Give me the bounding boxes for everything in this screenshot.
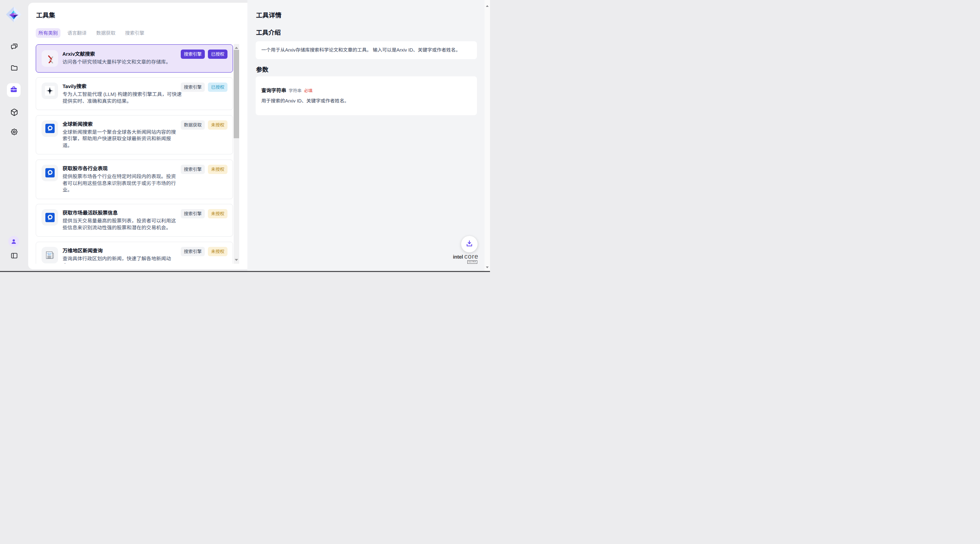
- tool-badges: 搜索引擎 未授权: [181, 165, 228, 174]
- svg-text:NEW: NEW: [48, 254, 51, 255]
- briefcase-icon: [10, 85, 18, 95]
- arxiv-logo-icon: [45, 53, 55, 64]
- category-tab[interactable]: 所有类别: [36, 28, 60, 38]
- tool-details-panel: 工具详情 工具介绍 一个用于从Arxiv存储库搜索科学论文和文章的工具。 输入可…: [247, 0, 485, 272]
- tianapi-logo-icon: [45, 213, 55, 222]
- tool-description: 专为人工智能代理 (LLM) 构建的搜索引擎工具，可快速提供实时、准确和真实的结…: [62, 91, 228, 105]
- window-bottom-edge: [0, 271, 490, 272]
- intel-wordmark: intel: [453, 254, 463, 260]
- auth-status-badge: 未授权: [208, 120, 228, 130]
- params-section-header: 参数: [256, 66, 268, 74]
- tool-icon: LOCAL NEW: [41, 247, 58, 263]
- tool-badges: 数据获取 未授权: [181, 120, 228, 130]
- list-scrollbar-thumb[interactable]: [234, 50, 239, 138]
- chat-icon: [10, 42, 18, 50]
- param-name: 查询字符串: [261, 88, 286, 94]
- auth-status-badge: 已授权: [208, 83, 228, 92]
- tool-icon: [41, 165, 58, 181]
- tool-card[interactable]: 获取市场最活跃股票信息 提供当天交易量最高的股票列表，投资者可以利用这些信息来识…: [36, 204, 233, 236]
- download-icon: [465, 239, 474, 249]
- category-badge: 搜索引擎: [181, 49, 205, 59]
- page-scroll-up-arrow[interactable]: [485, 3, 490, 9]
- tool-badges: 搜索引擎 已授权: [181, 49, 228, 59]
- tool-icon: [41, 120, 58, 137]
- tool-list: Arxiv文献搜索 访问各个研究领域大量科学论文和文章的存储库。 搜索引擎 已授…: [36, 45, 234, 264]
- tool-description: 查询具体行政区划内的新闻，快速了解各地新闻动态。: [62, 256, 228, 264]
- intro-text: 一个用于从Arxiv存储库搜索科学论文和文章的工具。 输入可以是Arxiv ID…: [261, 47, 460, 54]
- scroll-down-arrow[interactable]: [234, 257, 239, 263]
- sidebar-item-files[interactable]: [0, 64, 28, 72]
- category-badge: 搜索引擎: [181, 165, 205, 174]
- category-tab[interactable]: 搜索引擎: [123, 28, 147, 38]
- auth-status-badge: 未授权: [208, 247, 228, 256]
- tool-badges: 搜索引擎 未授权: [181, 209, 228, 219]
- auth-status-badge: 未授权: [208, 209, 228, 219]
- details-title: 工具详情: [256, 11, 282, 20]
- cube-icon: [10, 108, 18, 116]
- page-title: 工具集: [36, 11, 55, 19]
- folder-icon: [10, 64, 18, 72]
- tool-icon: [41, 83, 58, 99]
- auth-status-badge: 已授权: [208, 49, 228, 59]
- tool-card[interactable]: LOCAL NEW 万维地区新闻查询 查询具体行政区划内的新闻，快速了解各地新闻…: [36, 242, 233, 264]
- category-badge: 搜索引擎: [181, 83, 205, 92]
- category-tab[interactable]: 数据获取: [94, 28, 118, 38]
- tool-description: 提供股票市场各个行业在特定时间段内的表现。投资者可以利用这些信息来识别表现优于或…: [62, 174, 228, 194]
- intro-section-header: 工具介绍: [256, 29, 281, 37]
- tool-card[interactable]: 全球新闻搜索 全球新闻搜索是一个聚合全球各大新闻网站内容的搜索引擎，帮助用户快速…: [36, 115, 233, 155]
- core-wordmark: core: [464, 253, 478, 261]
- sidebar-item-settings[interactable]: [0, 128, 28, 136]
- param-required-flag: 必填: [304, 87, 313, 94]
- param-type: 字符串: [289, 87, 302, 94]
- sidebar-toggle-icon: [10, 252, 18, 260]
- tool-description: 访问各个研究领域大量科学论文和文章的存储库。: [62, 59, 228, 66]
- sidebar-item-chat[interactable]: [0, 42, 28, 50]
- list-scrollbar[interactable]: [234, 44, 239, 264]
- page-scrollbar[interactable]: [485, 0, 490, 272]
- tianapi-logo-icon: [45, 168, 55, 177]
- category-tabs: 所有类别语言翻译数据获取搜索引擎: [36, 28, 147, 38]
- category-badge: 搜索引擎: [181, 247, 205, 256]
- sidebar-item-models[interactable]: [0, 108, 28, 116]
- sidebar: [0, 0, 28, 272]
- sidebar-toggle-button[interactable]: [0, 252, 28, 260]
- tavily-logo-icon: [45, 86, 55, 96]
- tianapi-logo-icon: [45, 124, 55, 133]
- page-scroll-down-arrow[interactable]: [485, 265, 490, 270]
- category-badge: 数据获取: [181, 120, 205, 130]
- tool-card[interactable]: 获取股市各行业表现 提供股票市场各个行业在特定时间段内的表现。投资者可以利用这些…: [36, 160, 233, 199]
- param-card: 查询字符串 字符串 必填 用于搜索的Arxiv ID、关键字或作者姓名。: [256, 77, 477, 115]
- tool-badges: 搜索引擎 未授权: [181, 247, 228, 256]
- tool-badges: 搜索引擎 已授权: [181, 83, 228, 92]
- download-button[interactable]: [461, 236, 477, 252]
- ultra-badge: ULTRA: [467, 260, 477, 264]
- user-avatar[interactable]: [8, 236, 19, 247]
- tool-card[interactable]: Tavily搜索 专为人工智能代理 (LLM) 构建的搜索引擎工具，可快速提供实…: [36, 77, 233, 110]
- app-logo[interactable]: [5, 6, 22, 23]
- sidebar-item-tools[interactable]: [7, 83, 21, 97]
- toolset-panel: 工具集 所有类别语言翻译数据获取搜索引擎 Arxiv文献搜索 访问各个研: [28, 3, 247, 269]
- param-description: 用于搜索的Arxiv ID、关键字或作者姓名。: [261, 98, 471, 105]
- gear-icon: [10, 128, 18, 136]
- tool-icon: [41, 50, 58, 67]
- param-header-row: 查询字符串 字符串 必填: [261, 87, 471, 94]
- intel-core-logo: intel core ULTRA: [453, 253, 479, 265]
- newspaper-logo-icon: LOCAL NEW: [45, 250, 55, 260]
- intro-card: 一个用于从Arxiv存储库搜索科学论文和文章的工具。 输入可以是Arxiv ID…: [256, 41, 477, 59]
- tool-card[interactable]: Arxiv文献搜索 访问各个研究领域大量科学论文和文章的存储库。 搜索引擎 已授…: [36, 45, 233, 73]
- category-badge: 搜索引擎: [181, 209, 205, 219]
- auth-status-badge: 未授权: [208, 165, 228, 174]
- tool-description: 提供当天交易量最高的股票列表，投资者可以利用这些信息来识别流动性强的股票和潜在的…: [62, 218, 228, 231]
- tool-description: 全球新闻搜索是一个聚合全球各大新闻网站内容的搜索引擎，帮助用户快速获取全球最新资…: [62, 129, 228, 150]
- tool-icon: [41, 209, 58, 226]
- category-tab[interactable]: 语言翻译: [65, 28, 89, 38]
